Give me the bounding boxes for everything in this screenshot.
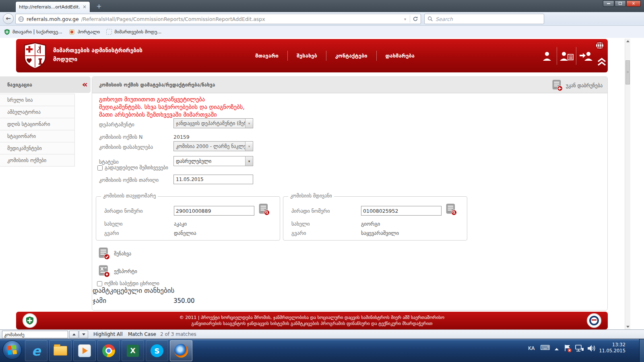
print-table-checkbox[interactable] bbox=[97, 281, 102, 286]
taskbar-clock[interactable]: 13:32 11.05.2015 bbox=[595, 342, 625, 354]
select-arrow-icon[interactable]: ▾ bbox=[245, 142, 253, 151]
site-footer: © 2011 | პროექტი ხორციელდება შრომის, ჯან… bbox=[16, 312, 608, 329]
sidebar-collapse-icon[interactable]: « bbox=[82, 76, 87, 92]
highlight-all-button[interactable]: Highlight All bbox=[93, 331, 123, 337]
excel-icon: X bbox=[127, 345, 139, 357]
window-minimize-button[interactable] bbox=[603, 0, 614, 7]
site-nav-about[interactable]: შესახებ bbox=[287, 51, 326, 61]
urgent-cases-checkbox[interactable] bbox=[97, 165, 103, 171]
bookmark-item-home[interactable]: მთავარი | საქართვე... bbox=[4, 29, 62, 35]
logout-icon[interactable] bbox=[576, 47, 595, 65]
tab-title: http://referrals...ortAddEdit.aspx bbox=[19, 4, 80, 10]
sidebar-item-full-list[interactable]: სრული სია bbox=[0, 94, 75, 106]
chrome-icon bbox=[102, 344, 115, 357]
secretary-name-label: სახელი bbox=[291, 221, 310, 227]
window-close-button[interactable]: × bbox=[626, 0, 641, 7]
taskbar-item-chrome[interactable] bbox=[97, 340, 120, 361]
export-button[interactable]: ექსპორტი bbox=[99, 265, 137, 278]
footer-line1: © 2011 | პროექტი ხორციელდება შრომის, ჯან… bbox=[16, 312, 608, 321]
department-select[interactable]: ჯანდაცვის დეპარტამენტი (მერ ▾ bbox=[173, 118, 253, 128]
chairman-pid-input[interactable] bbox=[174, 206, 254, 216]
sidebar-item-hospital[interactable]: სტაციონარი bbox=[0, 130, 75, 142]
new-tab-button[interactable]: + bbox=[94, 2, 104, 10]
tab-close-icon[interactable]: × bbox=[83, 4, 87, 9]
window-maximize-button[interactable] bbox=[615, 0, 626, 7]
scroll-top-chevrons-icon[interactable] bbox=[597, 58, 607, 66]
sidebar-title: ნავიგაცია bbox=[7, 82, 32, 88]
chairman-surname-label: გვარი bbox=[104, 230, 119, 236]
warning-message: გთხოვთ მიუთითოთ გადაწყვეტილება მედიკამენ… bbox=[99, 96, 245, 119]
chairman-surname-value: დანელია bbox=[174, 230, 196, 236]
scrollbar-up-icon[interactable] bbox=[626, 40, 630, 42]
save-button[interactable]: შენახვა bbox=[99, 247, 131, 260]
action-center-flag-icon[interactable] bbox=[564, 344, 572, 353]
site-nav-home[interactable]: მთავარი bbox=[246, 51, 287, 61]
tray-expand-icon[interactable] bbox=[555, 348, 559, 350]
sidebar-item-medicines[interactable]: მედიკამენტები bbox=[0, 142, 75, 154]
site-nav-contacts[interactable]: კონტაქტები bbox=[326, 51, 376, 61]
footer-usaid-logo bbox=[587, 313, 601, 328]
network-icon[interactable] bbox=[575, 344, 584, 353]
status-select[interactable]: დასრულებული ▾ bbox=[173, 156, 253, 166]
windows-logo-icon bbox=[7, 345, 17, 355]
secretary-surname-value: საყევარაშვილი bbox=[361, 230, 399, 236]
secretary-pid-input[interactable] bbox=[361, 206, 442, 216]
scrollbar-down-icon[interactable] bbox=[626, 326, 630, 328]
taskbar-item-skype[interactable]: S bbox=[146, 340, 168, 361]
browser-toolbar: ← referrals.moh.gov.ge/ReferralsHall/Pag… bbox=[0, 12, 644, 26]
user-list-icon[interactable] bbox=[557, 47, 576, 65]
back-to-list-link[interactable]: უკან დაბრუნება bbox=[552, 80, 603, 91]
select-arrow-icon[interactable]: ▾ bbox=[245, 119, 253, 128]
language-indicator[interactable]: KA bbox=[528, 345, 535, 351]
find-next-button[interactable] bbox=[79, 331, 88, 338]
approved-total-value: 350.00 bbox=[173, 297, 195, 304]
site-nav: მთავარი შესახებ კონტაქტები დახმარება bbox=[246, 39, 423, 72]
search-input[interactable] bbox=[436, 16, 541, 22]
sidebar-item-ambulatory[interactable]: ამბულატორია bbox=[0, 106, 75, 118]
select-arrow-icon[interactable]: ▾ bbox=[245, 156, 253, 166]
sidebar-menu: სრული სია ამბულატორია დღის სტაციონარი სტ… bbox=[0, 94, 75, 167]
bookmark-item-module[interactable]: მიმართვების მოდუ... bbox=[106, 29, 161, 35]
site-nav-help[interactable]: დახმარება bbox=[376, 51, 423, 61]
reload-icon[interactable] bbox=[413, 16, 418, 22]
url-dropdown-icon[interactable]: ▾ bbox=[403, 17, 407, 21]
bookmark-item-portal[interactable]: პორტალი bbox=[69, 29, 100, 35]
excel-export-icon bbox=[99, 265, 110, 278]
back-label: უკან დაბრუნება bbox=[566, 83, 603, 88]
page-scrollbar[interactable] bbox=[625, 39, 630, 329]
taskbar-item-excel[interactable]: X bbox=[122, 340, 144, 361]
site-identity-globe-icon[interactable] bbox=[18, 16, 24, 22]
browser-tab[interactable]: http://referrals...ortAddEdit.aspx × bbox=[15, 1, 90, 12]
search-bar[interactable] bbox=[424, 14, 544, 24]
find-matches-count: 2 of 3 matches bbox=[160, 331, 196, 337]
find-input[interactable] bbox=[2, 331, 68, 338]
scrollbar-thumb[interactable] bbox=[625, 60, 630, 84]
match-case-button[interactable]: Match Case bbox=[128, 331, 156, 337]
keyboard-icon[interactable]: ⌨ bbox=[540, 343, 550, 352]
urgent-cases-label: გადაუდებელი შემთხვევები bbox=[105, 165, 168, 171]
find-previous-button[interactable] bbox=[69, 331, 78, 338]
url-bar[interactable]: referrals.moh.gov.ge/ReferralsHall/Pages… bbox=[15, 14, 421, 24]
screen: http://referrals...ortAddEdit.aspx × + ×… bbox=[0, 0, 644, 362]
back-button[interactable]: ← bbox=[3, 13, 14, 24]
protocol-date-input[interactable] bbox=[173, 175, 253, 184]
user-profile-icon[interactable] bbox=[537, 47, 557, 65]
protocol-date-label: კომისიის ოქმის თარიღი bbox=[99, 177, 159, 183]
commission-name-select[interactable]: კომისია 2000 - ლარზე ნაკლებ ▾ bbox=[173, 141, 253, 151]
taskbar-item-file-explorer[interactable] bbox=[49, 340, 72, 361]
secretary-fieldset: კომისიის მდივანი პირადი ნომერი სახელი გი… bbox=[283, 196, 467, 241]
department-label: დეპარტამენტი bbox=[99, 121, 134, 128]
chairman-pid-search-icon[interactable] bbox=[259, 204, 270, 216]
start-button[interactable] bbox=[2, 340, 22, 360]
window-titlebar: http://referrals...ortAddEdit.aspx × + × bbox=[0, 0, 644, 12]
print-table-label: ოქმის საბეჭდი ცხრილი bbox=[104, 281, 159, 286]
secretary-pid-search-icon[interactable] bbox=[446, 204, 457, 216]
sidebar-item-commission-protocols[interactable]: კომისიის ოქმები bbox=[0, 154, 75, 167]
taskbar-item-media-player[interactable] bbox=[73, 340, 96, 361]
taskbar-item-internet-explorer[interactable]: e bbox=[25, 340, 47, 361]
internet-explorer-icon: e bbox=[32, 344, 41, 358]
language-globe-icon[interactable] bbox=[595, 41, 605, 50]
show-desktop-button[interactable] bbox=[639, 339, 644, 362]
taskbar-item-firefox[interactable] bbox=[170, 340, 192, 361]
sidebar-item-day-hospital[interactable]: დღის სტაციონარი bbox=[0, 118, 75, 130]
